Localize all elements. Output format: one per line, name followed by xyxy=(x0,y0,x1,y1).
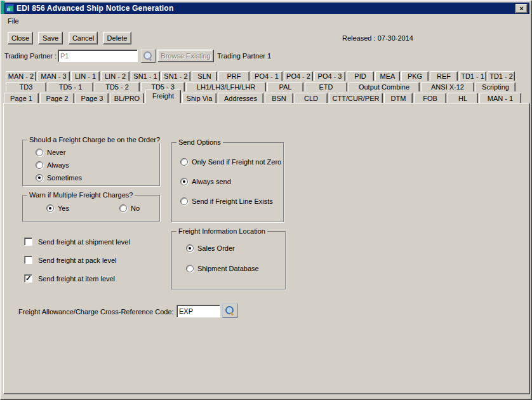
tab-man-3[interactable]: MAN - 3 xyxy=(37,71,70,81)
tab-ansi-x12[interactable]: ANSI X-12 xyxy=(421,82,474,91)
group-title: Freight Information Location xyxy=(176,227,267,235)
tab-pkg[interactable]: PKG xyxy=(401,71,429,81)
save-button[interactable]: Save xyxy=(38,32,63,44)
radio-always[interactable]: Always xyxy=(36,161,69,169)
tab-scripting[interactable]: Scripting xyxy=(475,82,515,91)
group-title: Should a Freight Charge be on the Order? xyxy=(27,136,162,143)
tab-man-1[interactable]: MAN - 1 xyxy=(479,93,521,103)
radio-label: Only Send if Freight not Zero xyxy=(192,158,281,166)
radio-icon xyxy=(119,204,127,212)
cross-reference-search-button[interactable] xyxy=(222,303,237,318)
tab-page-1[interactable]: Page 1 xyxy=(4,93,39,103)
group-title: Send Options xyxy=(176,138,223,146)
tab-output-combine[interactable]: Output Combine xyxy=(349,82,420,91)
tab-sln[interactable]: SLN xyxy=(192,71,217,81)
tab-pal[interactable]: PAL xyxy=(267,82,303,91)
radio-icon xyxy=(186,244,194,252)
tab-ctt-cur-per[interactable]: CTT/CUR/PER xyxy=(329,93,383,103)
tab-hl[interactable]: HL xyxy=(448,93,478,103)
background-window-artifact xyxy=(1,1,4,14)
tab-man-2[interactable]: MAN - 2 xyxy=(6,71,36,81)
radio-label: Yes xyxy=(58,204,69,212)
tab-po4-2[interactable]: PO4 - 2 xyxy=(284,71,313,81)
tab-lin-1[interactable]: LIN - 1 xyxy=(71,71,100,81)
tab-cld[interactable]: CLD xyxy=(295,93,328,103)
radio-yes[interactable]: Yes xyxy=(46,204,69,212)
radio-icon xyxy=(180,178,188,185)
radio-label: Always xyxy=(47,161,69,169)
checkbox-item-level[interactable]: ✓ Send freight at item level xyxy=(24,274,115,283)
tab-fob[interactable]: FOB xyxy=(414,93,446,103)
checkbox-icon xyxy=(24,237,32,246)
cross-reference-code-label: Freight Allowance/Charge Cross-Reference… xyxy=(18,308,174,316)
tab-td1-1[interactable]: TD1 - 1 xyxy=(459,71,486,81)
tab-etd[interactable]: ETD xyxy=(305,82,347,91)
tab-td3[interactable]: TD3 xyxy=(6,82,46,91)
freight-tab-panel: Should a Freight Charge be on the Order?… xyxy=(3,103,530,394)
radio-icon xyxy=(36,174,43,182)
cross-reference-code-input[interactable] xyxy=(176,305,220,317)
trading-partner-name: Trading Partner 1 xyxy=(217,52,271,60)
radio-label: Shipment Database xyxy=(197,265,259,272)
search-icon xyxy=(143,51,153,61)
trading-partner-label: Trading Partner : xyxy=(4,52,57,60)
radio-icon xyxy=(36,161,43,169)
radio-send-if-freight-line-exists[interactable]: Send if Freight Line Exists xyxy=(180,197,273,205)
radio-shipment-database[interactable]: Shipment Database xyxy=(186,265,259,272)
checkbox-pack-level[interactable]: Send freight at pack level xyxy=(24,256,117,264)
radio-no[interactable]: No xyxy=(119,204,140,212)
tab-bl-pro[interactable]: BL/PRO xyxy=(110,93,144,103)
tab-bsn[interactable]: BSN xyxy=(265,93,293,103)
tab-td1-2[interactable]: TD1 - 2 xyxy=(488,71,515,81)
tab-td5-2[interactable]: TD5 - 2 xyxy=(95,82,140,91)
radio-label: Send if Freight Line Exists xyxy=(192,197,273,205)
delete-button[interactable]: Delete xyxy=(103,32,131,44)
checkbox-label: Send freight at item level xyxy=(38,275,115,283)
radio-icon xyxy=(36,149,43,156)
tab-row-3: Page 1 Page 2 Page 3 BL/PRO Freight Ship… xyxy=(4,92,521,103)
tab-lh1-lh3-lfh-lhr[interactable]: LH1/LH3/LFH/LHR xyxy=(186,82,266,91)
tab-lin-2[interactable]: LIN - 2 xyxy=(101,71,130,81)
title-bar: EDI 856 Advanced Ship Notice Generation … xyxy=(3,3,529,14)
close-toolbar-button[interactable]: Close xyxy=(8,32,33,44)
tab-sn1-2[interactable]: SN1 - 2 xyxy=(161,71,190,81)
menu-bar: File xyxy=(3,16,529,27)
cancel-button[interactable]: Cancel xyxy=(69,32,98,44)
checkbox-shipment-level[interactable]: Send freight at shipment level xyxy=(24,237,130,246)
tab-dtm[interactable]: DTM xyxy=(384,93,413,103)
close-button[interactable]: × xyxy=(515,4,528,13)
group-title: Warn if Multiple Freight Charges? xyxy=(27,191,135,199)
checkbox-icon xyxy=(24,256,32,264)
trading-partner-input[interactable] xyxy=(58,50,138,62)
radio-always-send[interactable]: Always send xyxy=(180,178,231,185)
tab-row-1: MAN - 2 MAN - 3 LIN - 1 LIN - 2 SN1 - 1 … xyxy=(6,70,515,81)
menu-file[interactable]: File xyxy=(3,16,23,26)
browse-existing-button[interactable]: Browse Existing xyxy=(157,50,214,62)
send-options-group: Send Options Only Send if Freight not Ze… xyxy=(171,142,284,222)
tab-prf[interactable]: PRF xyxy=(218,71,249,81)
tab-sn1-1[interactable]: SN1 - 1 xyxy=(131,71,160,81)
tab-addresses[interactable]: Addresses xyxy=(218,93,263,103)
window-title: EDI 856 Advanced Ship Notice Generation xyxy=(17,4,515,13)
radio-label: Sales Order xyxy=(197,244,235,252)
released-date-label: Released : 07-30-2014 xyxy=(342,34,413,42)
app-icon[interactable] xyxy=(5,4,14,13)
radio-never[interactable]: Never xyxy=(36,149,65,156)
dialog-window: EDI 856 Advanced Ship Notice Generation … xyxy=(0,0,532,400)
tab-page-3[interactable]: Page 3 xyxy=(76,93,109,103)
tab-ship-via[interactable]: Ship Via xyxy=(182,93,216,103)
radio-sometimes[interactable]: Sometimes xyxy=(36,174,82,182)
radio-only-send-if-freight-not-zero[interactable]: Only Send if Freight not Zero xyxy=(180,158,281,166)
radio-icon xyxy=(46,204,54,212)
tab-po4-3[interactable]: PO4 - 3 xyxy=(314,71,345,81)
tab-ref[interactable]: REF xyxy=(430,71,458,81)
tab-td5-1[interactable]: TD5 - 1 xyxy=(48,82,93,91)
tab-po4-1[interactable]: PO4 - 1 xyxy=(251,71,283,81)
tab-mea[interactable]: MEA xyxy=(375,71,400,81)
freight-charge-group: Should a Freight Charge be on the Order?… xyxy=(22,140,160,186)
tab-freight[interactable]: Freight xyxy=(145,90,181,103)
tab-page-2[interactable]: Page 2 xyxy=(40,93,74,103)
radio-sales-order[interactable]: Sales Order xyxy=(186,244,235,252)
trading-partner-search-button[interactable] xyxy=(141,49,156,63)
tab-pid[interactable]: PID xyxy=(347,71,374,81)
